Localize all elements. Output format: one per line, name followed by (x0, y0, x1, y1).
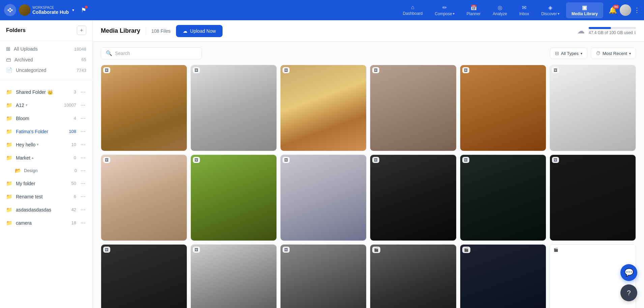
nav-media-library-label: Media Library (572, 11, 598, 16)
media-item-11[interactable]: 🖼 (460, 155, 546, 241)
media-item-8[interactable]: 🖼 (191, 155, 277, 241)
sidebar: Folders + ⊞ All Uploads 18048 🗃 Archived… (0, 20, 93, 308)
media-type-badge: 🖼 (193, 157, 200, 163)
sidebar-header: Folders + (0, 20, 92, 41)
help-fab-button[interactable]: ? (620, 284, 637, 301)
search-input[interactable] (115, 51, 197, 56)
more-options-icon[interactable]: ⋮ (634, 6, 640, 14)
workspace-label: WORKSPACE (32, 6, 69, 9)
nav-media-library[interactable]: ▣ Media Library (566, 2, 603, 18)
video-type-icon: 🎬 (374, 248, 379, 252)
folder-more-icon[interactable]: ⋯ (80, 154, 86, 162)
storage-bar-fill (589, 27, 611, 29)
filter-types-icon: ⊟ (555, 51, 559, 56)
sidebar-item-fatimas-folder[interactable]: 📁 Fatima's Folder 108 ⋯ (0, 125, 92, 138)
media-item-12[interactable]: 🖼 (550, 155, 636, 241)
image-type-icon: 🖼 (374, 158, 378, 162)
sidebar-item-my-folder[interactable]: 📁 My folder 50 ⋯ (0, 177, 92, 190)
all-uploads-count: 18048 (74, 47, 86, 52)
nav-discover[interactable]: ◈ Discover ▾ (536, 2, 565, 18)
folder-more-icon[interactable]: ⋯ (80, 167, 86, 174)
media-thumbnail-6 (550, 65, 636, 151)
media-item-1[interactable]: 🖼 (101, 65, 187, 151)
file-count: 108 Files (151, 28, 171, 34)
media-thumbnail-4 (370, 65, 456, 151)
image-type-icon: 🖼 (105, 68, 109, 72)
search-box[interactable]: 🔍 (101, 47, 202, 59)
sidebar-item-uncategorized[interactable]: 📄 Uncategorized 7743 (0, 65, 92, 76)
notification-badge: 84 (613, 5, 619, 9)
folder-more-icon[interactable]: ⋯ (80, 179, 86, 187)
chat-fab-button[interactable]: 💬 (620, 264, 637, 281)
media-type-badge: 🖼 (552, 157, 559, 163)
cloud-storage-icon: ☁ (577, 27, 585, 35)
sidebar-item-hey-hello[interactable]: 📁 Hey hello ▾ 10 ⋯ (0, 138, 92, 151)
app-logo (4, 4, 16, 16)
sidebar-item-asdasdasdasdas[interactable]: 📁 asdasdasdasdas 42 ⋯ (0, 203, 92, 216)
media-item-3[interactable]: 🖼 (280, 65, 367, 151)
notification-bell[interactable]: 🔔 84 (609, 6, 617, 14)
sidebar-item-rename-test[interactable]: 📁 Rename test 6 ⋯ (0, 190, 92, 203)
sidebar-item-all-uploads[interactable]: ⊞ All Uploads 18048 (0, 44, 92, 54)
nav-analyze[interactable]: ◎ Analyze (487, 2, 513, 18)
media-item-10[interactable]: 🖼 (370, 155, 456, 241)
archived-icon: 🗃 (6, 57, 11, 62)
media-item-16[interactable]: 🎬 (370, 244, 456, 308)
folder-more-icon[interactable]: ⋯ (80, 114, 86, 122)
media-thumbnail-5 (460, 65, 546, 151)
media-type-badge: 🖼 (103, 247, 110, 253)
media-type-badge: 🖼 (283, 157, 290, 163)
media-item-6[interactable]: 🖼 (550, 65, 636, 151)
folder-more-icon[interactable]: ⋯ (80, 101, 86, 109)
nav-compose[interactable]: ✏ Compose ▾ (429, 2, 460, 18)
sidebar-item-market[interactable]: 📁 Market ▴ 0 ⋯ (0, 151, 92, 164)
filter-types-button[interactable]: ⊟ All Types ▾ (550, 48, 588, 59)
media-thumbnail-3 (281, 65, 366, 151)
folder-more-icon[interactable]: ⋯ (80, 141, 86, 148)
info-icon[interactable]: ℹ (634, 30, 636, 35)
media-item-15[interactable]: 🖼 (280, 244, 367, 308)
folder-icon: 📁 (6, 194, 12, 200)
video-type-icon: 🎬 (464, 248, 469, 252)
flag-button[interactable]: ⚑ (81, 6, 86, 14)
media-library-icon: ▣ (582, 4, 587, 11)
media-thumbnail-7 (101, 155, 187, 241)
discover-icon: ◈ (548, 4, 552, 11)
media-thumbnail-12 (550, 155, 636, 241)
media-item-13[interactable]: 🖼 (101, 244, 187, 308)
sidebar-item-design[interactable]: 📂 Design 0 ⋯ (0, 164, 92, 177)
media-item-14[interactable]: 🖼 (191, 244, 277, 308)
media-type-badge: 🖼 (462, 67, 469, 73)
folder-more-icon[interactable]: ⋯ (80, 128, 86, 135)
media-item-7[interactable]: 🖼 (101, 155, 187, 241)
media-grid: 🖼 🖼 🖼 🖼 (101, 65, 636, 308)
nav-inbox[interactable]: ✉ Inbox (514, 2, 534, 18)
main-content: Media Library 108 Files ☁ Upload Now ☁ 4… (93, 20, 644, 308)
folder-more-icon[interactable]: ⋯ (80, 206, 86, 214)
filter-types-chevron-icon: ▾ (581, 52, 582, 55)
nav-discover-label: Discover (541, 11, 557, 16)
workspace-switcher[interactable]: WORKSPACE Collaborate Hub ▾ (19, 4, 74, 16)
sidebar-item-a12[interactable]: 📁 A12 ▾ 10007 ⋯ (0, 99, 92, 112)
filter-recent-button[interactable]: ⏱ Most Recent ▾ (591, 48, 636, 59)
nav-planner[interactable]: 📅 Planner (461, 2, 486, 18)
sidebar-item-shared-folder[interactable]: 📁 Shared Folder 👑 3 ⋯ (0, 85, 92, 99)
media-item-5[interactable]: 🖼 (460, 65, 546, 151)
media-item-4[interactable]: 🖼 (370, 65, 456, 151)
media-item-17[interactable]: 🎬 (460, 244, 546, 308)
folder-more-icon[interactable]: ⋯ (80, 219, 86, 227)
sidebar-item-bloom[interactable]: 📁 Bloom 4 ⋯ (0, 112, 92, 125)
media-item-9[interactable]: 🖼 (280, 155, 367, 241)
folder-more-icon[interactable]: ⋯ (80, 88, 86, 96)
media-item-2[interactable]: 🖼 (191, 65, 277, 151)
nav-dashboard[interactable]: ⌂ Dashboard (398, 2, 428, 18)
sidebar-item-archived[interactable]: 🗃 Archived 65 (0, 54, 92, 65)
sidebar-item-camera[interactable]: 📁 camera 18 ⋯ (0, 216, 92, 229)
folder-more-icon[interactable]: ⋯ (80, 193, 86, 200)
upload-now-button[interactable]: ☁ Upload Now (176, 25, 223, 37)
add-folder-button[interactable]: + (77, 26, 86, 35)
a12-label: A12 ▾ (16, 103, 61, 108)
planner-icon: 📅 (470, 4, 477, 11)
sidebar-system-section: ⊞ All Uploads 18048 🗃 Archived 65 📄 Unca… (0, 41, 92, 78)
user-avatar[interactable] (620, 4, 631, 16)
